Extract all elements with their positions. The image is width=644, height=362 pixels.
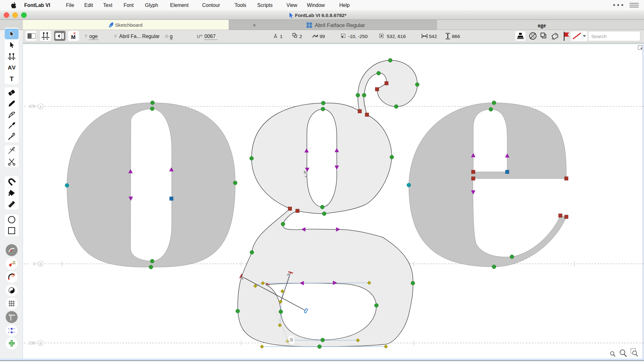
svg-text:F: F (114, 34, 117, 39)
svg-text:Window: Window (307, 3, 325, 8)
svg-text:Element: Element (170, 3, 189, 8)
svg-text:oge: oge (89, 34, 98, 39)
svg-text:File: File (66, 3, 74, 8)
svg-text:-10, -250: -10, -250 (348, 34, 368, 39)
svg-text:-238: -238 (27, 341, 35, 345)
svg-text:T: T (85, 34, 87, 39)
svg-text:0: 0 (33, 262, 35, 266)
svg-text:Text: Text (103, 3, 113, 8)
svg-text:Abril Fa... Regular: Abril Fa... Regular (119, 34, 160, 39)
svg-text:x: x (40, 105, 42, 108)
svg-text:N: N (200, 34, 203, 37)
svg-text:Font: Font (124, 3, 134, 8)
svg-text:476: 476 (29, 104, 35, 109)
svg-text:FontLab VI: FontLab VI (24, 3, 50, 8)
svg-text:U: U (197, 34, 200, 39)
svg-text:Scripts: Scripts (257, 3, 273, 8)
svg-text:Help: Help (339, 3, 350, 8)
svg-text:Abril Fatface Regular: Abril Fatface Regular (315, 22, 365, 28)
svg-text:b: b (40, 262, 42, 266)
svg-text:1: 1 (280, 34, 283, 39)
svg-text:oge: oge (538, 22, 546, 29)
svg-text:Search: Search (591, 34, 607, 39)
svg-text:T: T (10, 75, 14, 82)
svg-text:FontLab VI 6.0.8.6782*: FontLab VI 6.0.8.6782* (295, 13, 347, 18)
svg-text:542: 542 (429, 34, 437, 39)
svg-text:Glyph: Glyph (145, 3, 158, 8)
svg-text:g: g (170, 34, 173, 39)
svg-text:A: A (8, 65, 12, 71)
svg-text:G: G (165, 34, 169, 39)
svg-text:Contour: Contour (202, 3, 220, 8)
svg-text:Ã: Ã (274, 34, 277, 39)
svg-text:532, 616: 532, 616 (387, 34, 406, 39)
svg-text:K: K (74, 31, 76, 35)
svg-text:2: 2 (299, 34, 302, 39)
svg-text:×: × (253, 22, 256, 28)
svg-text:Tools: Tools (235, 3, 246, 8)
svg-text:View: View (286, 3, 297, 8)
svg-text:99: 99 (319, 34, 325, 39)
svg-text:Edit: Edit (84, 3, 93, 8)
svg-text:866: 866 (452, 34, 460, 39)
svg-text:196: 196 (12, 263, 15, 265)
svg-text:0067: 0067 (204, 34, 216, 39)
svg-text:d: d (40, 341, 42, 345)
svg-text:M: M (71, 34, 75, 40)
svg-text:V: V (12, 65, 16, 71)
svg-text:Sketchboard: Sketchboard (115, 22, 142, 28)
